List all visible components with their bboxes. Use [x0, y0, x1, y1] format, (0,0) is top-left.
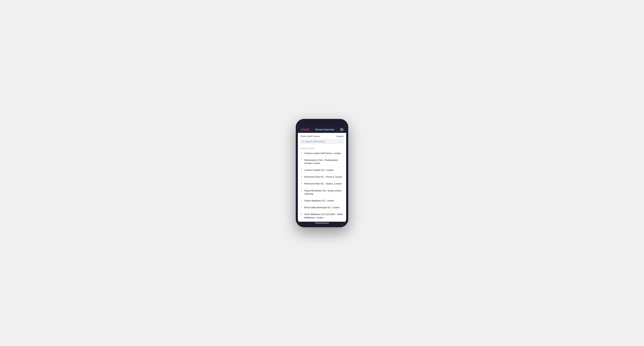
- svg-point-5: [301, 176, 302, 176]
- svg-point-2: [301, 153, 302, 153]
- svg-point-10: [301, 214, 302, 214]
- pin-icon: [301, 152, 302, 155]
- svg-point-3: [301, 159, 302, 160]
- home-bar: [315, 223, 329, 223]
- nav-bar: clippd Recent Searches: [298, 126, 346, 133]
- pin-icon: [301, 189, 302, 192]
- find-header: Find a Golf Course Cancel: [298, 133, 346, 139]
- list-item[interactable]: London Scottish GC, London: [298, 167, 346, 173]
- list-item[interactable]: Roehampton Club - Roehampton, Greater Lo…: [298, 157, 346, 167]
- phone-notch: [298, 121, 346, 126]
- pin-icon: [301, 159, 302, 162]
- course-name: Richmond Park GC - Prince's, Surrey: [304, 175, 342, 178]
- course-name: Central London Golf Centre, London: [304, 152, 341, 155]
- course-name: Richmond Park GC - Duke's, London: [304, 182, 342, 185]
- list-item[interactable]: Brent Valley Municipal GC, London: [298, 204, 346, 211]
- phone-screen: clippd Recent Searches Find a Golf Cours…: [298, 121, 346, 225]
- pin-icon: [301, 169, 302, 172]
- search-input[interactable]: [305, 140, 342, 143]
- course-name: London Scottish GC, London: [304, 169, 334, 172]
- cancel-button[interactable]: Cancel: [336, 135, 343, 138]
- search-icon: [302, 140, 304, 143]
- search-area: Find a Golf Course Cancel: [298, 133, 346, 146]
- course-name: Roehampton Club - Roehampton, Greater Lo…: [304, 159, 343, 165]
- search-box: [300, 139, 344, 144]
- menu-icon[interactable]: [340, 129, 343, 131]
- course-name: Brent Valley Municipal GC, London: [304, 206, 340, 209]
- nearby-section: Nearby courses Central London Golf Centr…: [298, 146, 346, 222]
- course-name: Royal Wimbledon GC, Great London Authori…: [304, 189, 343, 195]
- svg-line-1: [303, 142, 304, 142]
- pin-icon: [301, 213, 302, 216]
- find-label: Find a Golf Course: [301, 135, 320, 138]
- svg-point-8: [301, 200, 302, 200]
- home-indicator: [298, 222, 346, 225]
- app-logo: clippd: [301, 128, 310, 131]
- list-item[interactable]: Central London Golf Centre, London: [298, 150, 346, 157]
- svg-point-6: [301, 183, 302, 183]
- phone-device: clippd Recent Searches Find a Golf Cours…: [296, 119, 348, 227]
- svg-point-7: [301, 190, 302, 190]
- nav-title: Recent Searches: [315, 128, 334, 131]
- svg-point-4: [301, 170, 302, 170]
- svg-point-9: [301, 207, 302, 207]
- list-item[interactable]: North Middlesex GC (1011942 - North Midd…: [298, 211, 346, 221]
- list-item[interactable]: Dukes Meadows GC, London: [298, 197, 346, 204]
- pin-icon: [301, 175, 302, 178]
- pin-icon: [301, 182, 302, 185]
- pin-icon: [301, 206, 302, 209]
- list-item[interactable]: Richmond Park GC - Prince's, Surrey: [298, 173, 346, 180]
- nearby-label: Nearby courses: [298, 146, 346, 150]
- course-list: Central London Golf Centre, London Roeha…: [298, 150, 346, 222]
- course-name: Dukes Meadows GC, London: [304, 199, 334, 202]
- list-item[interactable]: Richmond Park GC - Duke's, London: [298, 180, 346, 187]
- course-name: North Middlesex GC (1011942 - North Midd…: [304, 213, 343, 219]
- list-item[interactable]: Royal Wimbledon GC, Great London Authori…: [298, 187, 346, 197]
- pin-icon: [301, 199, 302, 202]
